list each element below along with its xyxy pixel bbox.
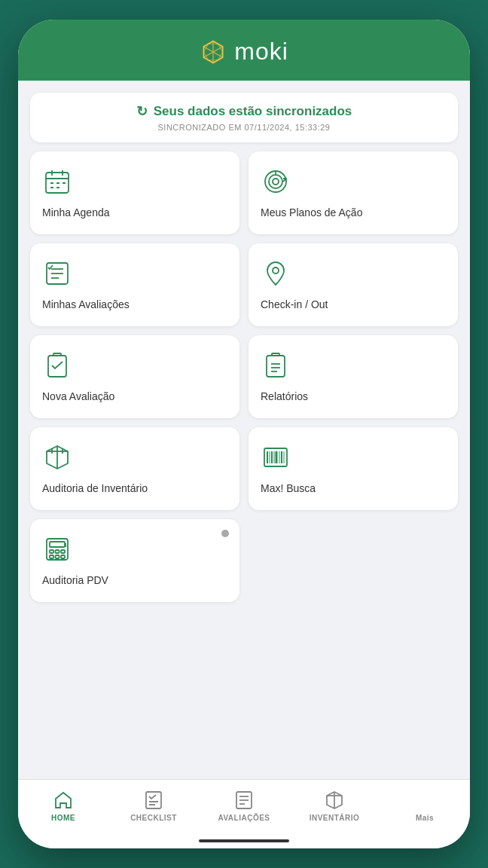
moki-logo-icon	[200, 38, 227, 66]
calculator-icon	[42, 534, 72, 564]
phone-frame: moki ↻ Seus dados estão sincronizados SI…	[18, 20, 470, 848]
agenda-label: Minha Agenda	[42, 206, 110, 219]
nav-inventario-label: INVENTÁRIO	[310, 814, 360, 822]
svg-rect-38	[56, 550, 59, 553]
grid-item-inventario[interactable]: Auditoria de Inventário	[30, 427, 239, 510]
svg-point-53	[417, 799, 420, 802]
svg-rect-20	[267, 356, 285, 377]
pdv-label: Auditoria PDV	[42, 573, 108, 587]
grid-row-4: Auditoria de Inventário	[30, 427, 458, 510]
sync-icon: ↻	[136, 103, 148, 120]
svg-point-54	[423, 799, 426, 802]
grid-item-planos[interactable]: Meus Planos de Ação	[249, 151, 458, 234]
sync-subtitle: SINCRONIZADO EM 07/11/2024, 15:33:29	[45, 123, 443, 132]
svg-rect-36	[50, 542, 65, 547]
app-header: moki	[18, 20, 470, 81]
location-icon	[261, 258, 291, 289]
nav-item-home[interactable]: HOME	[18, 790, 108, 822]
nav-item-avaliacoes[interactable]: AVALIAÇÕES	[199, 790, 289, 822]
svg-point-10	[269, 175, 282, 188]
svg-rect-37	[50, 550, 53, 553]
nav-mais-label: Mais	[416, 814, 434, 822]
calendar-icon	[42, 167, 72, 197]
grid-item-avaliacoes[interactable]: Minhas Avaliações	[30, 243, 239, 326]
nav-item-checklist[interactable]: CHECKLIST	[108, 790, 199, 822]
inventario-label: Auditoria de Inventário	[42, 481, 148, 495]
svg-rect-39	[61, 550, 65, 553]
planos-label: Meus Planos de Ação	[261, 206, 362, 219]
relatorios-label: Relatórios	[261, 390, 308, 403]
target-icon	[261, 167, 291, 197]
checkin-label: Check-in / Out	[261, 298, 328, 311]
nav-item-mais[interactable]: Mais	[380, 790, 470, 822]
grid-item-nova-avaliacao[interactable]: Nova Avaliação	[30, 335, 239, 418]
svg-point-55	[429, 799, 432, 802]
grid-row-3: Nova Avaliação Relatórios	[30, 335, 458, 418]
nav-item-inventario[interactable]: INVENTÁRIO	[289, 790, 380, 822]
svg-point-18	[273, 267, 279, 274]
nova-avaliacao-label: Nova Avaliação	[42, 390, 114, 403]
avaliacoes-label: Minhas Avaliações	[42, 298, 130, 311]
grid-row-1: Minha Agenda Meus Planos de Ação	[30, 151, 458, 234]
nav-checklist-label: CHECKLIST	[130, 814, 177, 822]
list-check-icon	[42, 258, 72, 289]
empty-cell	[249, 519, 458, 602]
svg-rect-44	[146, 792, 161, 808]
avaliacoes-nav-icon	[233, 790, 255, 811]
sync-title: ↻ Seus dados estão sincronizados	[45, 103, 443, 120]
barcode-icon	[261, 442, 291, 472]
clipboard-check-icon	[42, 350, 72, 381]
nav-avaliacoes-label: AVALIAÇÕES	[218, 814, 270, 822]
home-indicator	[18, 839, 470, 848]
inventario-nav-icon	[324, 790, 345, 811]
bottom-nav: HOME CHECKLIST AVALIAÇÕES INVENTÁRIO	[18, 779, 470, 839]
checklist-nav-icon	[143, 790, 164, 811]
busca-label: Max! Busca	[261, 481, 316, 495]
box-icon	[42, 442, 72, 472]
svg-rect-42	[61, 555, 65, 558]
main-content: ↻ Seus dados estão sincronizados SINCRON…	[18, 81, 470, 779]
app-title: moki	[234, 38, 288, 66]
grid-item-checkin[interactable]: Check-in / Out	[249, 243, 458, 326]
grid-item-agenda[interactable]: Minha Agenda	[30, 151, 239, 234]
grid-row-5: Auditoria PDV	[30, 519, 458, 602]
grid-item-relatorios[interactable]: Relatórios	[249, 335, 458, 418]
badge-dot	[221, 530, 229, 537]
header-logo: moki	[200, 38, 288, 66]
grid-row-2: Minhas Avaliações Check-in / Out	[30, 243, 458, 326]
grid-item-pdv[interactable]: Auditoria PDV	[30, 519, 239, 602]
clipboard-list-icon	[261, 350, 291, 381]
home-bar	[199, 839, 289, 842]
sync-banner: ↻ Seus dados estão sincronizados SINCRON…	[30, 93, 458, 142]
nav-home-label: HOME	[51, 814, 75, 822]
svg-rect-40	[50, 555, 53, 558]
grid-item-busca[interactable]: Max! Busca	[249, 427, 458, 510]
svg-rect-41	[56, 555, 59, 558]
svg-point-11	[273, 179, 279, 185]
more-nav-icon	[414, 790, 435, 811]
home-nav-icon	[53, 790, 74, 811]
